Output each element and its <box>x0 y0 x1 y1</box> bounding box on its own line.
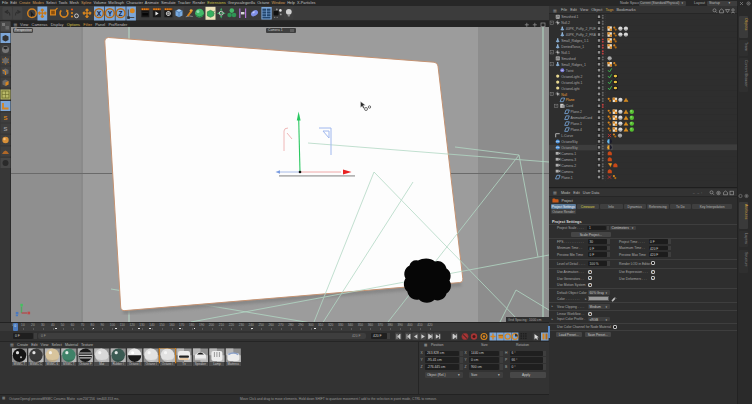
svg-text:OctaneLight.2: OctaneLight.2 <box>561 75 582 79</box>
svg-text:OctaneSky: OctaneSky <box>561 146 578 150</box>
svg-text:Plane: Plane <box>566 98 575 102</box>
svg-text:Camera.3: Camera.3 <box>561 158 576 162</box>
svg-text:Twist: Twist <box>566 69 574 73</box>
svg-text:L.Curve: L.Curve <box>561 134 573 138</box>
svg-text:Camera: Camera <box>561 170 573 174</box>
svg-text:Plane.1: Plane.1 <box>561 176 573 180</box>
svg-text:Y: Y <box>108 10 113 17</box>
svg-text:OctaneLight: OctaneLight <box>561 87 579 91</box>
svg-text:Null.1: Null.1 <box>561 51 570 55</box>
svg-text:Null: Null <box>561 93 567 97</box>
svg-text:Camera.1: Camera.1 <box>561 152 576 156</box>
svg-text:Smushed: Smushed <box>561 57 575 61</box>
svg-text:S: S <box>3 126 7 132</box>
svg-text:Plane.2: Plane.2 <box>570 110 582 114</box>
svg-text:OctaneLight.1: OctaneLight.1 <box>561 81 582 85</box>
svg-text:X: X <box>97 10 102 17</box>
svg-text:Camera.2: Camera.2 <box>561 164 576 168</box>
svg-text:Small_Ridges_1.1: Small_Ridges_1.1 <box>561 39 589 43</box>
svg-text:DentedTorus_1: DentedTorus_1 <box>561 45 584 49</box>
svg-text:Plane.1: Plane.1 <box>570 122 582 126</box>
svg-text:Card: Card <box>566 104 573 108</box>
svg-text:OctaneSky: OctaneSky <box>561 140 578 144</box>
svg-text:S: S <box>3 115 7 121</box>
svg-text:AnimatedCard: AnimatedCard <box>570 116 592 120</box>
svg-text:Small_Ridges_1: Small_Ridges_1 <box>561 63 586 67</box>
svg-text:40PK_Puffy_2_PUFF: 40PK_Puffy_2_PUFF <box>566 27 598 31</box>
svg-text:Smushed.1: Smushed.1 <box>561 15 578 19</box>
svg-text:Null.2: Null.2 <box>561 21 570 25</box>
svg-text:Plane.4: Plane.4 <box>570 128 582 132</box>
svg-text:Z: Z <box>119 10 123 17</box>
